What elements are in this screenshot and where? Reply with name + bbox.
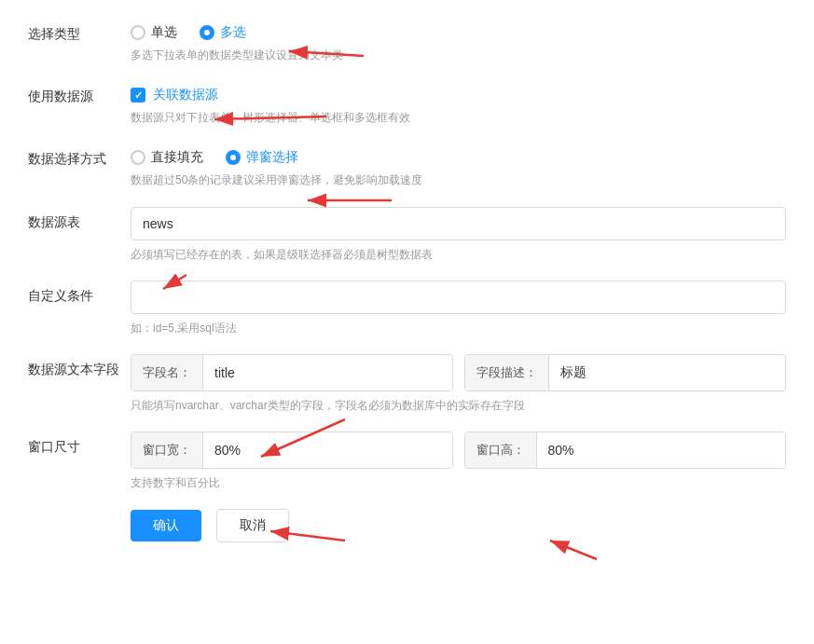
select-type-hint: 多选下拉表单的数据类型建议设置为文本类 xyxy=(131,47,786,64)
radio-multiple-circle[interactable] xyxy=(200,25,214,40)
window-size-row: 窗口尺寸 窗口宽： 窗口高： 支持数字和百分比 xyxy=(28,432,786,492)
text-field-row: 数据源文本字段 字段名： 字段描述： 只能填写nvarchar、varchar类… xyxy=(28,354,786,415)
radio-single-label: 单选 xyxy=(151,24,177,41)
radio-direct-label: 直接填充 xyxy=(151,149,203,166)
datasource-table-content: 必须填写已经存在的表，如果是级联选择器必须是树型数据表 xyxy=(131,207,786,264)
radio-direct-circle[interactable] xyxy=(131,150,145,165)
custom-condition-label: 自定义条件 xyxy=(28,281,131,305)
datasource-label: 使用数据源 xyxy=(28,81,131,105)
datasource-checkbox-box[interactable] xyxy=(131,88,145,103)
field-desc-box-label: 字段描述： xyxy=(465,355,549,391)
select-method-radio-group: 直接填充 弹窗选择 xyxy=(131,144,786,166)
cancel-button[interactable]: 取消 xyxy=(216,509,289,542)
field-desc-input[interactable] xyxy=(549,355,786,391)
datasource-checkbox-label: 关联数据源 xyxy=(153,87,218,103)
window-height-input[interactable] xyxy=(537,432,786,468)
window-height-box: 窗口高： xyxy=(464,432,787,469)
window-size-content: 窗口宽： 窗口高： 支持数字和百分比 xyxy=(131,432,786,492)
radio-direct[interactable]: 直接填充 xyxy=(131,149,203,166)
radio-popup-label: 弹窗选择 xyxy=(246,149,298,166)
select-method-row: 数据选择方式 直接填充 弹窗选择 数据超过50条的记录建议采用弹窗选择，避免影响… xyxy=(28,144,786,189)
radio-multiple-label: 多选 xyxy=(220,24,246,41)
select-method-hint: 数据超过50条的记录建议采用弹窗选择，避免影响加载速度 xyxy=(131,171,786,189)
field-name-box-label: 字段名： xyxy=(131,355,203,391)
text-field-inputs: 字段名： 字段描述： xyxy=(131,354,786,391)
submit-button[interactable]: 确认 xyxy=(131,510,201,541)
window-width-input[interactable] xyxy=(203,432,452,468)
custom-condition-hint: 如：id=5,采用sql语法 xyxy=(131,320,786,337)
buttons-row: 确认 取消 xyxy=(28,509,786,542)
field-name-box: 字段名： xyxy=(131,354,453,391)
text-field-label: 数据源文本字段 xyxy=(28,354,131,378)
field-name-input[interactable] xyxy=(203,355,452,391)
radio-popup-circle[interactable] xyxy=(226,150,241,165)
buttons-spacer xyxy=(28,509,131,516)
radio-multiple[interactable]: 多选 xyxy=(200,24,246,41)
select-type-content: 单选 多选 多选下拉表单的数据类型建议设置为文本类 xyxy=(131,19,786,64)
datasource-table-row: 数据源表 必须填写已经存在的表，如果是级联选择器必须是树型数据表 xyxy=(28,207,786,264)
datasource-checkbox[interactable]: 关联数据源 xyxy=(131,81,786,103)
window-size-hint: 支持数字和百分比 xyxy=(131,474,786,492)
radio-popup[interactable]: 弹窗选择 xyxy=(226,149,298,166)
text-field-content: 字段名： 字段描述： 只能填写nvarchar、varchar类型的字段，字段名… xyxy=(131,354,786,415)
select-type-radio-group: 单选 多选 xyxy=(131,19,786,41)
window-size-label: 窗口尺寸 xyxy=(28,432,131,456)
window-width-label: 窗口宽： xyxy=(131,432,203,468)
custom-condition-row: 自定义条件 如：id=5,采用sql语法 xyxy=(28,281,786,337)
datasource-table-hint: 必须填写已经存在的表，如果是级联选择器必须是树型数据表 xyxy=(131,246,786,264)
window-height-label: 窗口高： xyxy=(465,432,537,468)
text-field-hint: 只能填写nvarchar、varchar类型的字段，字段名必须为数据库中的实际存… xyxy=(131,397,786,415)
window-size-inputs: 窗口宽： 窗口高： xyxy=(131,432,786,469)
datasource-row: 使用数据源 关联数据源 数据源只对下拉表单、树形选择器、单选框和多选框有效 xyxy=(28,81,786,127)
datasource-hint: 数据源只对下拉表单、树形选择器、单选框和多选框有效 xyxy=(131,109,786,127)
select-method-label: 数据选择方式 xyxy=(28,144,131,168)
datasource-table-input[interactable] xyxy=(131,207,786,240)
select-type-label: 选择类型 xyxy=(28,19,131,43)
custom-condition-content: 如：id=5,采用sql语法 xyxy=(131,281,786,337)
select-method-content: 直接填充 弹窗选择 数据超过50条的记录建议采用弹窗选择，避免影响加载速度 xyxy=(131,144,786,189)
datasource-table-label: 数据源表 xyxy=(28,207,131,231)
radio-single[interactable]: 单选 xyxy=(131,24,177,41)
custom-condition-input[interactable] xyxy=(131,281,786,314)
window-width-box: 窗口宽： xyxy=(131,432,453,469)
select-type-row: 选择类型 单选 多选 多选下拉表单的数据类型建议设置为文本类 xyxy=(28,19,786,64)
field-desc-box: 字段描述： xyxy=(464,354,787,391)
radio-single-circle[interactable] xyxy=(131,25,145,40)
buttons-content: 确认 取消 xyxy=(131,509,786,542)
datasource-content: 关联数据源 数据源只对下拉表单、树形选择器、单选框和多选框有效 xyxy=(131,81,786,127)
